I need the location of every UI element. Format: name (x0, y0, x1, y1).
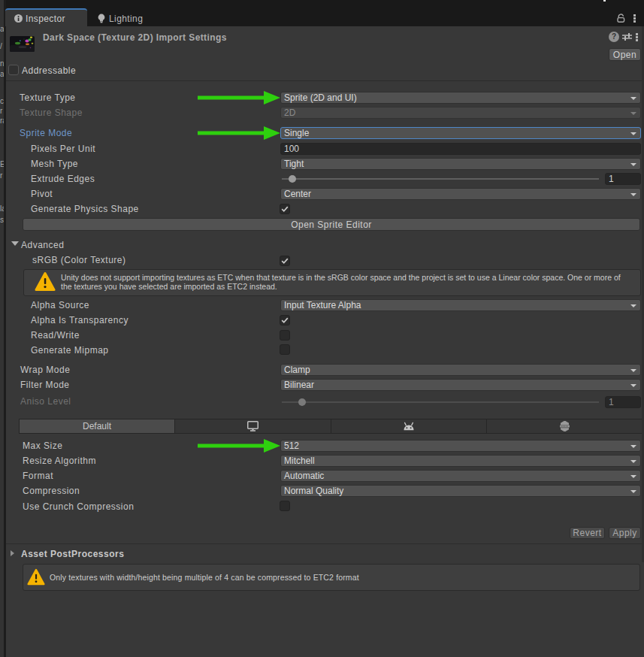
svg-text:?: ? (612, 32, 616, 41)
